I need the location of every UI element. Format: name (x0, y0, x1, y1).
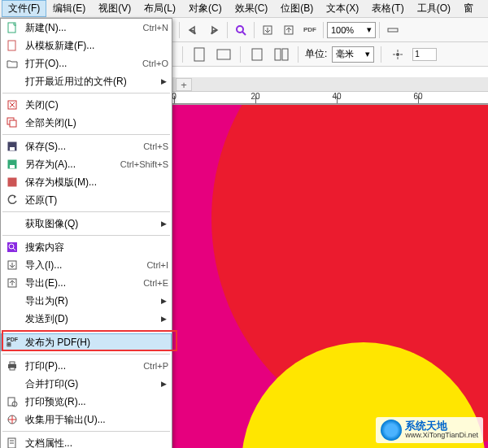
pdf-button[interactable]: PDF (300, 20, 320, 40)
import-icon (4, 258, 20, 272)
print-preview-icon (4, 394, 20, 409)
file-menu-dropdown: 新建(N)... Ctrl+N 从模板新建(F)... 打开(O)... Ctr… (0, 18, 172, 448)
menu-object[interactable]: 对象(C) (182, 0, 229, 17)
snap-button[interactable] (383, 20, 403, 40)
svg-rect-9 (282, 49, 288, 60)
search-icon[interactable] (231, 20, 251, 40)
menu-import[interactable]: 导入(I)... Ctrl+I (1, 256, 172, 274)
menu-new[interactable]: 新建(N)... Ctrl+N (1, 19, 172, 37)
menu-revert[interactable]: 还原(T) (1, 191, 172, 209)
menu-export[interactable]: 导出(E)... Ctrl+E (1, 274, 172, 292)
svg-rect-6 (217, 50, 230, 59)
menu-effects[interactable]: 效果(C) (229, 0, 275, 17)
menu-file[interactable]: 文件(F) (2, 0, 46, 17)
separator (2, 93, 170, 94)
svg-rect-19 (10, 165, 15, 168)
separator (254, 22, 255, 38)
separator (2, 211, 170, 212)
menu-print-merge[interactable]: 合并打印(G) ▶ (1, 375, 172, 393)
svg-rect-7 (252, 49, 262, 60)
separator (2, 354, 170, 354)
submenu-arrow-icon: ▶ (161, 380, 167, 388)
unit-select[interactable]: 毫米▾ (332, 46, 374, 63)
svg-rect-28 (10, 368, 15, 370)
separator (298, 46, 298, 63)
menu-acquire-image[interactable]: 获取图像(Q) ▶ (1, 215, 172, 233)
svg-line-1 (242, 32, 246, 35)
menu-publish-pdf[interactable]: PDF⊞ 发布为 PDF(H) (1, 333, 172, 351)
page-tabs: + (172, 77, 488, 92)
svg-rect-11 (8, 23, 15, 33)
menu-export-for[interactable]: 导出为(R) ▶ (1, 292, 172, 310)
menu-bitmap[interactable]: 位图(B) (274, 0, 320, 17)
svg-rect-27 (10, 362, 15, 364)
submenu-arrow-icon: ▶ (161, 297, 167, 305)
nudge-value[interactable]: 1 (412, 48, 437, 61)
unit-label: 单位: (305, 47, 327, 61)
separator (2, 330, 170, 331)
separator (379, 22, 380, 38)
redo-button[interactable] (204, 20, 224, 40)
save-template-icon (4, 175, 20, 189)
svg-rect-12 (8, 41, 15, 50)
collect-icon (4, 412, 20, 427)
svg-rect-20 (8, 178, 16, 186)
export-button[interactable] (279, 20, 298, 40)
orientation-landscape[interactable] (214, 45, 233, 64)
menu-save-as[interactable]: 另存为(A)... Ctrl+Shift+S (1, 155, 172, 173)
menu-search-content[interactable]: 搜索内容 (1, 238, 172, 256)
menu-print-preview[interactable]: 打印预览(R)... (1, 393, 172, 411)
export-icon (4, 276, 20, 290)
revert-icon (4, 193, 20, 207)
menu-doc-properties[interactable]: 文档属性... (1, 434, 172, 448)
import-button[interactable] (258, 20, 277, 40)
separator (182, 46, 183, 63)
menu-new-from-template[interactable]: 从模板新建(F)... (1, 37, 172, 54)
orientation-portrait[interactable] (190, 45, 209, 64)
menu-send-to[interactable]: 发送到(D) ▶ (1, 310, 172, 328)
submenu-arrow-icon: ▶ (161, 315, 167, 323)
menu-open-recent[interactable]: 打开最近用过的文件(R) ▶ (1, 72, 172, 90)
menu-collect-output[interactable]: 收集用于输出(U)... (1, 411, 172, 428)
separator (2, 235, 170, 236)
menu-close[interactable]: 关闭(C) (1, 96, 172, 114)
svg-rect-5 (194, 48, 204, 61)
page-facing-icon[interactable] (272, 45, 291, 64)
menu-layout[interactable]: 布局(L) (137, 0, 182, 17)
menu-print[interactable]: 打印(P)... Ctrl+P (1, 357, 172, 375)
ruler-horizontal[interactable]: 0 20 40 60 80 (172, 92, 488, 105)
svg-rect-8 (275, 49, 281, 60)
svg-rect-15 (10, 120, 16, 127)
zoom-input[interactable]: 100%▾ (327, 22, 376, 38)
undo-button[interactable] (183, 20, 203, 40)
menu-save[interactable]: 保存(S)... Ctrl+S (1, 137, 172, 155)
svg-point-0 (237, 26, 243, 33)
separator (2, 431, 170, 432)
new-icon (4, 20, 20, 35)
menu-tools[interactable]: 工具(O) (411, 0, 457, 17)
menu-table[interactable]: 表格(T) (365, 0, 410, 17)
watermark-url: www.XiTongTianDi.net (405, 432, 478, 440)
menu-close-all[interactable]: 全部关闭(L) (1, 114, 172, 132)
save-as-icon (4, 157, 20, 172)
submenu-arrow-icon: ▶ (161, 220, 167, 228)
separator (381, 46, 381, 63)
canvas[interactable] (172, 105, 488, 448)
nudge-icon[interactable] (388, 45, 407, 64)
menu-edit[interactable]: 编辑(E) (46, 0, 92, 17)
menu-text[interactable]: 文本(X) (320, 0, 365, 17)
page-single-icon[interactable] (247, 45, 267, 64)
watermark-title: 系统天地 (405, 420, 478, 432)
menu-view[interactable]: 视图(V) (92, 0, 137, 17)
menu-window[interactable]: 窗 (457, 0, 480, 17)
menu-open[interactable]: 打开(O)... Ctrl+O (1, 54, 172, 72)
separator (2, 134, 170, 135)
print-icon (4, 359, 20, 373)
add-page-button[interactable]: + (176, 78, 192, 91)
save-icon (4, 139, 20, 154)
menu-save-template[interactable]: 保存为模版(M)... (1, 173, 172, 191)
svg-rect-4 (388, 28, 398, 32)
separator (240, 46, 241, 63)
close-icon (4, 98, 20, 112)
properties-icon (4, 436, 20, 448)
